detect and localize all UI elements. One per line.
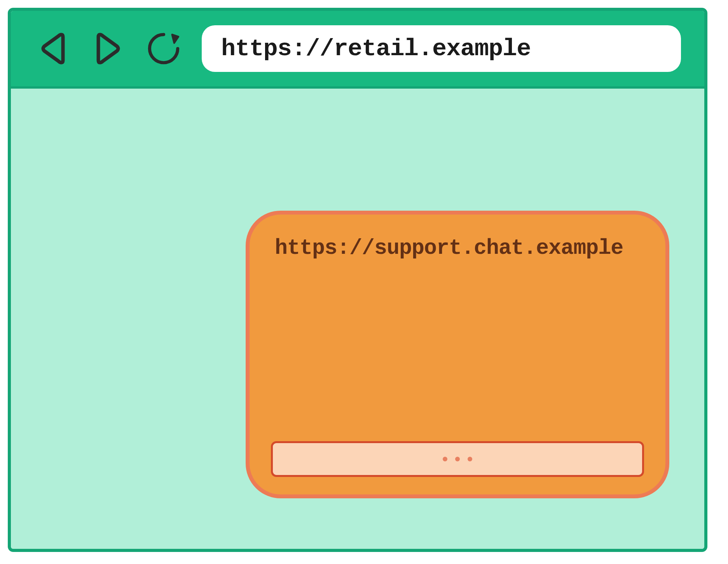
back-icon [39, 31, 67, 66]
back-button[interactable] [34, 30, 71, 67]
forward-icon [94, 31, 122, 66]
reload-icon [145, 28, 182, 69]
forward-button[interactable] [90, 30, 127, 67]
chat-input[interactable] [271, 441, 644, 477]
address-bar-url: https://retail.example [221, 35, 531, 63]
browser-window: https://retail.example https://support.c… [8, 8, 707, 552]
nav-buttons [34, 30, 182, 67]
address-bar[interactable]: https://retail.example [202, 25, 681, 72]
ellipsis-icon [443, 457, 472, 461]
browser-content: https://support.chat.example [11, 89, 704, 549]
chat-widget-url: https://support.chat.example [271, 236, 644, 260]
chat-widget: https://support.chat.example [246, 211, 669, 498]
browser-toolbar: https://retail.example [11, 11, 704, 89]
reload-button[interactable] [145, 30, 182, 67]
